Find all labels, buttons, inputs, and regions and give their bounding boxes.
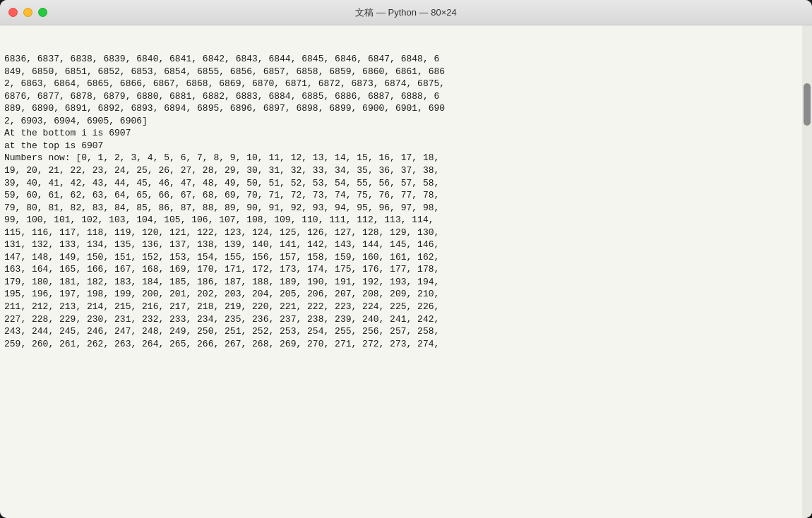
terminal-line: 79, 80, 81, 82, 83, 84, 85, 86, 87, 88, … <box>4 202 798 215</box>
terminal-line: 259, 260, 261, 262, 263, 264, 265, 266, … <box>4 338 798 351</box>
terminal-line: At the bottom i is 6907 <box>4 127 798 140</box>
terminal-line: 39, 40, 41, 42, 43, 44, 45, 46, 47, 48, … <box>4 177 798 190</box>
maximize-button[interactable] <box>38 8 47 17</box>
terminal-line: 115, 116, 117, 118, 119, 120, 121, 122, … <box>4 227 798 239</box>
scrollbar-track[interactable] <box>802 25 812 518</box>
terminal-line: 889, 6890, 6891, 6892, 6893, 6894, 6895,… <box>4 102 798 115</box>
scrollbar-thumb[interactable] <box>804 83 811 126</box>
title-bar: 文稿 — Python — 80×24 <box>0 0 812 25</box>
terminal-line: Numbers now: [0, 1, 2, 3, 4, 5, 6, 7, 8,… <box>4 152 798 164</box>
terminal-line: 6876, 6877, 6878, 6879, 6880, 6881, 6882… <box>4 90 798 103</box>
window-title: 文稿 — Python — 80×24 <box>355 6 456 19</box>
terminal-line: at the top is 6907 <box>4 140 798 152</box>
minimize-button[interactable] <box>23 8 32 17</box>
terminal-line: 849, 6850, 6851, 6852, 6853, 6854, 6855,… <box>4 66 798 78</box>
terminal-line: 2, 6903, 6904, 6905, 6906] <box>4 115 798 128</box>
terminal-line: 19, 20, 21, 22, 23, 24, 25, 26, 27, 28, … <box>4 164 798 177</box>
terminal-line: 195, 196, 197, 198, 199, 200, 201, 202, … <box>4 288 798 301</box>
terminal-line: 2, 6863, 6864, 6865, 6866, 6867, 6868, 6… <box>4 78 798 90</box>
terminal-line: 227, 228, 229, 230, 231, 232, 233, 234, … <box>4 313 798 326</box>
terminal-line: 147, 148, 149, 150, 151, 152, 153, 154, … <box>4 251 798 264</box>
traffic-lights <box>8 8 47 17</box>
terminal-content[interactable]: 6836, 6837, 6838, 6839, 6840, 6841, 6842… <box>0 25 802 518</box>
terminal-line: 6836, 6837, 6838, 6839, 6840, 6841, 6842… <box>4 53 798 66</box>
terminal-line: 59, 60, 61, 62, 63, 64, 65, 66, 67, 68, … <box>4 189 798 202</box>
terminal-line: 131, 132, 133, 134, 135, 136, 137, 138, … <box>4 239 798 251</box>
terminal-line: 211, 212, 213, 214, 215, 216, 217, 218, … <box>4 301 798 313</box>
terminal-window: 文稿 — Python — 80×24 6836, 6837, 6838, 68… <box>0 0 812 518</box>
terminal-line: 179, 180, 181, 182, 183, 184, 185, 186, … <box>4 276 798 289</box>
terminal-line: 163, 164, 165, 166, 167, 168, 169, 170, … <box>4 263 798 276</box>
terminal-body: 6836, 6837, 6838, 6839, 6840, 6841, 6842… <box>0 25 812 518</box>
terminal-line: 243, 244, 245, 246, 247, 248, 249, 250, … <box>4 325 798 338</box>
terminal-line: 99, 100, 101, 102, 103, 104, 105, 106, 1… <box>4 214 798 227</box>
close-button[interactable] <box>8 8 18 17</box>
